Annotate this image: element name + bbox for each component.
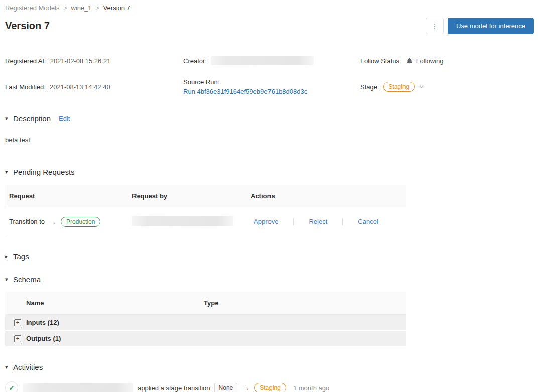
column-header-request-by: Request by [132,192,251,200]
approve-link[interactable]: Approve [251,218,281,225]
breadcrumb-registered-models[interactable]: Registered Models [5,4,59,12]
activities-section-title: Activities [13,363,43,371]
pending-requests-section-title: Pending Requests [13,168,75,176]
activity-timestamp: 1 month ago [293,384,329,392]
target-stage-badge: Production [61,217,100,227]
breadcrumb-current-version: Version 7 [103,4,130,12]
header-divider [0,41,539,41]
to-stage-badge: Staging [254,383,286,392]
bell-icon [406,57,413,65]
collapse-caret-icon[interactable]: ▾ [5,276,13,283]
activity-action-text: applied a stage transition [138,384,210,392]
registered-at-value: 2021-02-08 15:26:21 [50,57,111,65]
creator-label: Creator: [183,57,207,65]
description-section-title: Description [13,114,51,123]
stage-badge[interactable]: Staging [383,82,415,92]
schema-outputs-row[interactable]: + Outputs (1) [5,331,406,347]
breadcrumb-separator-icon: > [96,5,99,12]
schema-section-header[interactable]: ▾ Schema [5,275,534,284]
collapse-caret-icon[interactable]: ▾ [5,169,13,175]
source-run-link[interactable]: Run 4bf36e31f9164ef59eb9e761b8d08d3c [183,88,307,95]
breadcrumb-separator-icon: > [63,5,67,12]
arrow-right-icon: → [242,384,249,392]
collapse-caret-icon[interactable]: ▾ [5,364,13,370]
breadcrumb-model-name[interactable]: wine_1 [71,4,91,12]
follow-status-text: Following [416,57,444,65]
column-header-actions: Actions [251,192,401,200]
column-header-name: Name [9,299,204,307]
schema-table-header: Name Type [5,292,406,315]
description-edit-link[interactable]: Edit [59,115,70,122]
stage-label: Stage: [360,83,379,91]
tags-section-header[interactable]: ▸ Tags [5,252,534,261]
last-modified-value: 2021-08-13 14:42:40 [50,83,110,91]
schema-section-title: Schema [13,275,41,284]
schema-inputs-row[interactable]: + Inputs (12) [5,315,406,331]
overflow-menu-button[interactable]: ⋮ [426,18,444,34]
schema-table: Name Type + Inputs (12) + Outputs (1) [5,292,406,347]
pending-requests-table-header: Request Request by Actions [5,185,406,207]
tags-section-title: Tags [13,252,29,261]
registered-at-label: Registered At: [5,57,46,65]
column-header-request: Request [9,192,132,200]
collapsed-caret-icon[interactable]: ▸ [5,253,13,260]
description-section-header[interactable]: ▾ Description Edit [5,114,534,123]
pending-requests-table: Request Request by Actions Transition to… [5,185,406,236]
follow-status-value[interactable]: Following [406,57,444,65]
activity-user-redacted [23,383,133,392]
transition-request-text: Transition to [9,218,45,225]
action-divider [342,218,343,225]
schema-inputs-label: Inputs (12) [26,319,59,326]
vertical-ellipsis-icon: ⋮ [431,22,438,30]
stage-dropdown-chevron-icon[interactable] [419,84,424,90]
request-by-value-redacted [132,216,233,226]
metadata-grid: Registered At: 2021-02-08 15:26:21 Creat… [5,56,534,95]
from-stage-badge: None [214,383,238,392]
pending-request-table-row: Transition to → Production Approve Rejec… [5,207,406,236]
action-divider [293,218,294,225]
activity-item: ✓ applied a stage transition None → Stag… [5,381,534,392]
use-model-for-inference-button[interactable]: Use model for inference [448,18,534,34]
creator-value-redacted [211,56,314,65]
description-content: beta test [5,136,534,144]
approved-check-icon: ✓ [5,381,18,392]
follow-status-label: Follow Status: [360,57,401,65]
column-header-type: Type [204,299,401,307]
source-run-label: Source Run: [183,78,303,86]
schema-outputs-label: Outputs (1) [26,335,61,342]
arrow-right-icon: → [49,218,56,226]
page-title: Version 7 [5,20,50,32]
last-modified-field: Last Modified: 2021-08-13 14:42:40 [5,78,183,95]
follow-status-field: Follow Status: Following [360,56,534,65]
activities-section-header[interactable]: ▾ Activities [5,363,534,371]
expand-plus-icon[interactable]: + [14,335,21,342]
stage-field: Stage: Staging [360,78,534,95]
pending-requests-section-header[interactable]: ▾ Pending Requests [5,168,534,176]
last-modified-label: Last Modified: [5,83,46,91]
reject-link[interactable]: Reject [306,218,330,225]
breadcrumb: Registered Models > wine_1 > Version 7 [5,0,534,12]
collapse-caret-icon[interactable]: ▾ [5,115,13,122]
expand-plus-icon[interactable]: + [14,319,21,326]
creator-field: Creator: [183,56,360,65]
cancel-link[interactable]: Cancel [355,218,381,225]
source-run-field: Source Run: Run 4bf36e31f9164ef59eb9e761… [183,78,360,95]
check-glyph: ✓ [9,384,15,392]
registered-at-field: Registered At: 2021-02-08 15:26:21 [5,56,183,65]
